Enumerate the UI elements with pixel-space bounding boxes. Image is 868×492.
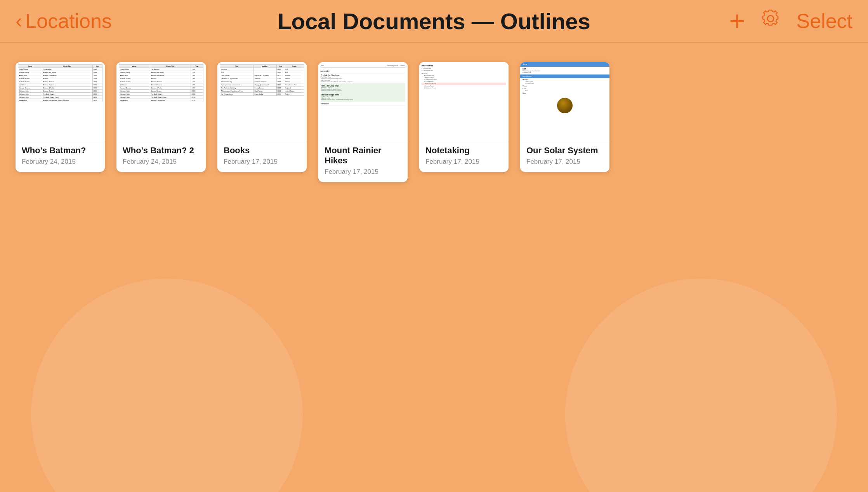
doc-title: Who's Batman? xyxy=(22,146,99,156)
doc-date: February 17, 2015 xyxy=(425,158,502,166)
doc-date: February 17, 2015 xyxy=(526,158,603,166)
page-title: Local Documents — Outlines xyxy=(278,8,590,34)
doc-thumbnail: Balloon Bus A Polonaise Km B Planomenon … xyxy=(419,62,509,140)
doc-info: Who's Batman? 2 February 24, 2015 xyxy=(116,140,206,172)
doc-info: Mount Rainier Hikes February 17, 2015 xyxy=(318,140,408,182)
doc-info: Our Solar System February 17, 2015 xyxy=(520,140,609,172)
back-label[interactable]: Locations xyxy=(25,9,112,33)
doc-card-mount-rainier[interactable]: Trail Distance | Roun... | Hiked? Longmi… xyxy=(318,62,408,182)
doc-title: Who's Batman? 2 xyxy=(123,146,200,156)
doc-thumbnail: Sun Sun Classified as type G1 yellow dwa… xyxy=(520,62,609,140)
back-navigation[interactable]: ‹ Locations xyxy=(16,9,132,33)
doc-title: Our Solar System xyxy=(526,146,603,156)
doc-info: Notetaking February 17, 2015 xyxy=(419,140,509,172)
doc-thumbnail: ActorMovie TitleYear Lewis WilsonThe Bat… xyxy=(16,62,105,140)
header-actions: + Select xyxy=(729,7,852,35)
doc-title: Books xyxy=(224,146,300,156)
select-button[interactable]: Select xyxy=(796,9,852,33)
gear-icon[interactable] xyxy=(760,9,781,33)
doc-info: Who's Batman? February 24, 2015 xyxy=(16,140,105,172)
doc-thumbnail: ActorMovie TitleYear Lewis WilsonThe Bat… xyxy=(116,62,206,140)
doc-thumbnail: TitleAuthorYearOrigin The Idiot1869日本 雪国… xyxy=(217,62,307,140)
doc-card-books[interactable]: TitleAuthorYearOrigin The Idiot1869日本 雪国… xyxy=(217,62,307,172)
add-button[interactable]: + xyxy=(729,7,745,35)
doc-date: February 17, 2015 xyxy=(224,158,300,166)
doc-card-notetaking[interactable]: Balloon Bus A Polonaise Km B Planomenon … xyxy=(419,62,509,172)
header: ‹ Locations Local Documents — Outlines +… xyxy=(0,0,868,43)
doc-card-whats-batman-2[interactable]: ActorMovie TitleYear Lewis WilsonThe Bat… xyxy=(116,62,206,172)
doc-info: Books February 17, 2015 xyxy=(217,140,307,172)
doc-card-solar-system[interactable]: Sun Sun Classified as type G1 yellow dwa… xyxy=(520,62,609,172)
doc-title: Mount Rainier Hikes xyxy=(325,146,401,166)
doc-title: Notetaking xyxy=(425,146,502,156)
doc-date: February 24, 2015 xyxy=(22,158,99,166)
solar-planet-image xyxy=(557,98,573,113)
doc-card-whats-batman-1[interactable]: ActorMovie TitleYear Lewis WilsonThe Bat… xyxy=(16,62,105,172)
doc-date: February 17, 2015 xyxy=(325,168,401,176)
documents-grid: ActorMovie TitleYear Lewis WilsonThe Bat… xyxy=(0,43,868,201)
doc-date: February 24, 2015 xyxy=(123,158,200,166)
back-chevron-icon: ‹ xyxy=(16,11,22,31)
doc-thumbnail: Trail Distance | Roun... | Hiked? Longmi… xyxy=(318,62,408,140)
